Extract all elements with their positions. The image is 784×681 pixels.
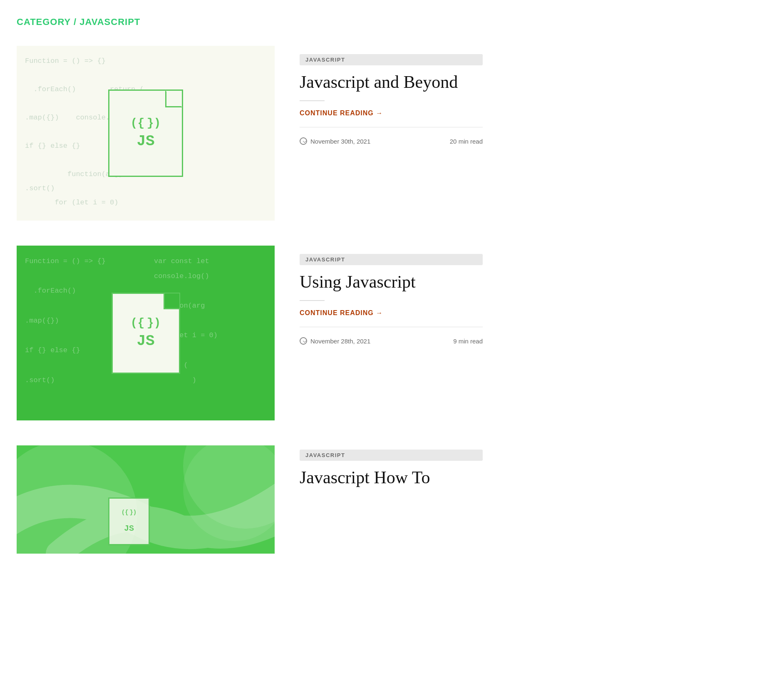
post-title-1: Javascript and Beyond — [300, 72, 483, 92]
post-meta-2: November 28th, 2021 9 min read — [300, 337, 483, 345]
post-title-2: Using Javascript — [300, 272, 483, 292]
post-date-text-2: November 28th, 2021 — [310, 338, 370, 345]
post-meta-divider-2 — [300, 327, 483, 327]
post-date-2: November 28th, 2021 — [300, 337, 370, 345]
post-category-badge-3: JAVASCRIPT — [300, 450, 483, 461]
file-js-label-2: JS — [136, 333, 154, 350]
continue-reading-link-1[interactable]: CONTINUE READING → — [300, 109, 483, 117]
post-read-time-2: 9 min read — [453, 338, 483, 345]
file-curly-braces-2: ({ }) — [131, 316, 161, 329]
post-content-1: JAVASCRIPT Javascript and Beyond CONTINU… — [300, 46, 483, 145]
posts-list: Function = () => {} .forEach() return ( … — [17, 46, 483, 554]
post-thumbnail-2: Function = () => {} .forEach() .map({}) … — [17, 246, 275, 420]
abstract-shapes-3: ({ }) JS — [17, 445, 275, 554]
post-date-text-1: November 30th, 2021 — [310, 138, 370, 145]
post-thumbnail-1: Function = () => {} .forEach() return ( … — [17, 46, 275, 221]
page-title: CATEGORY / JAVASCRIPT — [17, 17, 483, 27]
post-item-2: Function = () => {} .forEach() .map({}) … — [17, 246, 483, 420]
post-title-divider-1 — [300, 100, 325, 101]
post-read-time-1: 20 min read — [450, 138, 483, 145]
continue-reading-link-2[interactable]: CONTINUE READING → — [300, 309, 483, 317]
clock-icon-1 — [300, 137, 307, 145]
post-content-2: JAVASCRIPT Using Javascript CONTINUE REA… — [300, 246, 483, 345]
post-content-3: JAVASCRIPT Javascript How To — [300, 445, 483, 487]
file-curly-braces-1: ({ }) — [131, 117, 161, 129]
clock-icon-2 — [300, 337, 307, 345]
post-title-divider-2 — [300, 300, 325, 301]
abstract-file-icon: ({ }) JS — [108, 497, 150, 545]
post-meta-divider-1 — [300, 127, 483, 127]
post-thumbnail-3: ({ }) JS — [17, 445, 275, 554]
post-title-3: Javascript How To — [300, 467, 483, 487]
post-category-badge-2: JAVASCRIPT — [300, 254, 483, 265]
post-meta-1: November 30th, 2021 20 min read — [300, 137, 483, 145]
file-js-label-1: JS — [136, 133, 154, 150]
js-file-icon-1: ({ }) JS — [108, 89, 183, 177]
post-item: Function = () => {} .forEach() return ( … — [17, 46, 483, 221]
post-category-badge-1: JAVASCRIPT — [300, 54, 483, 65]
page-header: CATEGORY / JAVASCRIPT — [17, 17, 483, 27]
post-item-3: ({ }) JS JAVASCRIPT Javascript How To — [17, 445, 483, 554]
post-date-1: November 30th, 2021 — [300, 137, 370, 145]
js-file-icon-2: ({ }) JS — [112, 293, 180, 374]
